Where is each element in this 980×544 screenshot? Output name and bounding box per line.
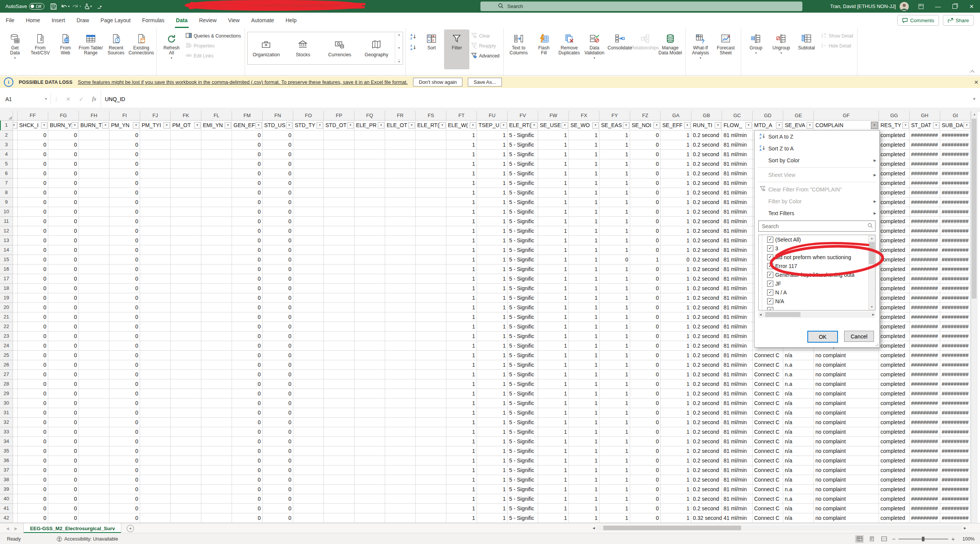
cell-fk11[interactable] [171,217,201,226]
row-header-4[interactable]: 4 [0,150,13,159]
cell-gg11[interactable]: completed [879,217,910,226]
cell-gi28[interactable]: ######### [940,379,971,389]
cell-gi25[interactable]: ######### [940,351,971,360]
cell-fp10[interactable] [324,207,354,217]
cell-ga26[interactable]: 1 [661,360,691,370]
cell-gg20[interactable]: completed [879,303,910,312]
tab-formulas[interactable]: Formulas [136,13,170,28]
cell-ff18[interactable]: 0 [18,284,48,293]
column-header-ga[interactable]: GA [661,111,691,121]
cell-ft37[interactable]: 1 [446,466,477,475]
filter-dropdown-icon[interactable]: ▼ [776,122,782,129]
cell-fn28[interactable]: 0 [263,379,293,389]
cell-fs7[interactable] [416,178,446,188]
cell-ge41[interactable]: n/a [783,504,814,513]
cell-gb31[interactable]: 0.2 second [691,408,722,418]
cell-gh19[interactable]: ######### [910,293,940,303]
cell-fi26[interactable]: 0 [109,360,140,370]
cell-gh30[interactable]: ######### [910,399,940,408]
cell-fi12[interactable]: 0 [109,226,140,236]
column-header-ft[interactable]: FT [446,111,477,121]
cell-fi7[interactable]: 0 [109,178,140,188]
cell-fy17[interactable]: 1 [599,274,630,284]
filter-dropdown-icon[interactable]: ▼ [163,122,170,129]
cell-fj25[interactable] [140,351,171,360]
cell-fu29[interactable]: 1 [477,389,508,399]
cell-fm42[interactable]: 0 [232,513,263,523]
cell-ft38[interactable]: 1 [446,475,477,485]
cell-fi36[interactable]: 0 [109,456,140,466]
cell-fj6[interactable] [140,169,171,178]
cell-fo42[interactable] [293,513,324,523]
cell-gh33[interactable]: ######### [910,427,940,437]
cell-fh35[interactable] [79,446,109,456]
cell-gf30[interactable]: no complaint [814,399,879,408]
tab-insert[interactable]: Insert [46,13,71,28]
autosave-toggle[interactable]: AutoSave Off [0,0,48,13]
cell-fl31[interactable] [201,408,232,418]
cell-fv19[interactable]: 5 - Signific [508,293,538,303]
cell-fl20[interactable] [201,303,232,312]
cell-fm23[interactable]: 0 [232,332,263,341]
cell-fp13[interactable] [324,236,354,245]
scroll-down-icon[interactable]: ▼ [869,304,875,310]
cell-gi40[interactable]: ######### [940,494,971,504]
cell-ff15[interactable]: 0 [18,255,48,265]
cell-fs30[interactable] [416,399,446,408]
tab-review[interactable]: Review [193,13,222,28]
cell-fl7[interactable] [201,178,232,188]
cell-fm37[interactable]: 0 [232,466,263,475]
cell-fh19[interactable] [79,293,109,303]
column-header-ff[interactable]: FF [18,111,48,121]
cell-fv41[interactable]: 5 - Signific [508,504,538,513]
cell-ga16[interactable]: 1 [661,265,691,274]
cell-fh33[interactable] [79,427,109,437]
cell-fx13[interactable]: 1 [569,236,599,245]
cell-fo5[interactable] [293,159,324,169]
cell-fl37[interactable] [201,466,232,475]
cell-fn11[interactable]: 0 [263,217,293,226]
cell-fk15[interactable] [171,255,201,265]
cell-gc2[interactable]: 81 ml/min [722,131,753,140]
cell-fj35[interactable] [140,446,171,456]
cell-fv40[interactable]: 5 - Signific [508,494,538,504]
row-header-19[interactable]: 19 [0,293,13,303]
cell-fs11[interactable] [416,217,446,226]
cell-fl42[interactable] [201,513,232,523]
cell-fq15[interactable] [354,255,385,265]
cell-fj22[interactable] [140,322,171,332]
cell-fj34[interactable] [140,437,171,446]
cell-gi37[interactable]: ######### [940,466,971,475]
cell-ge26[interactable]: n.a [783,360,814,370]
cell-ft26[interactable]: 1 [446,360,477,370]
cell-gg7[interactable]: completed [879,178,910,188]
cell-fg30[interactable]: 0 [48,399,79,408]
cell-fu37[interactable]: 1 [477,466,508,475]
cell-gf26[interactable]: no complaint [814,360,879,370]
row-header-1[interactable]: 1 [0,121,13,131]
cell-fr2[interactable] [385,131,416,140]
cell-gf32[interactable]: no complaint [814,418,879,427]
cell-fg26[interactable]: 0 [48,360,79,370]
cell-fk29[interactable] [171,389,201,399]
cell-gi31[interactable]: ######### [940,408,971,418]
cell-fg34[interactable]: 0 [48,437,79,446]
cell-fk24[interactable] [171,341,201,351]
cell-fm9[interactable]: 0 [232,198,263,207]
cell-gb17[interactable]: 0.2 second [691,274,722,284]
cell-gc24[interactable]: 81 ml/min [722,341,753,351]
cell-fi34[interactable]: 0 [109,437,140,446]
cell-fr3[interactable] [385,140,416,150]
cell-gc10[interactable]: 81 ml/min [722,207,753,217]
cell-gh3[interactable]: ######### [910,140,940,150]
cell-fl36[interactable] [201,456,232,466]
checkbox-icon[interactable]: ✓ [767,237,773,243]
cell-fu34[interactable]: 1 [477,437,508,446]
cell-gh13[interactable]: ######### [910,236,940,245]
cell-fs4[interactable] [416,150,446,159]
cell-gg4[interactable]: completed [879,150,910,159]
cell-gg38[interactable]: completed [879,475,910,485]
cell-fg42[interactable]: 0 [48,513,79,523]
cell-fo13[interactable] [293,236,324,245]
filter-value-3[interactable]: ✓3 [759,244,875,253]
